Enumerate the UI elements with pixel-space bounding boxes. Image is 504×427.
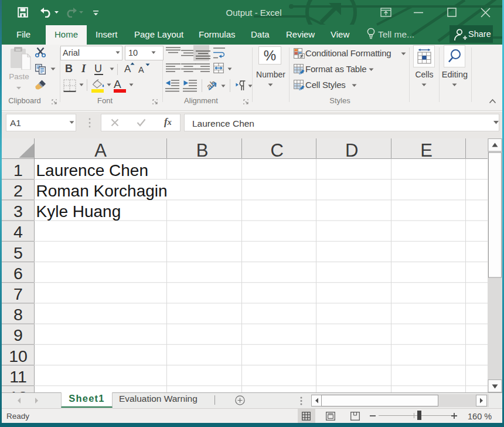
svg-text:2: 2 — [13, 181, 23, 200]
svg-text:A: A — [94, 140, 107, 161]
svg-text:5: 5 — [13, 243, 23, 262]
svg-text:9: 9 — [13, 326, 23, 344]
svg-text:6: 6 — [13, 264, 23, 283]
svg-text:Kyle Huang: Kyle Huang — [36, 202, 121, 221]
svg-text:B: B — [196, 140, 209, 161]
svg-text:E: E — [420, 140, 433, 161]
svg-text:12: 12 — [9, 388, 28, 392]
svg-text:C: C — [271, 140, 284, 161]
svg-text:D: D — [345, 140, 358, 161]
svg-text:11: 11 — [9, 367, 27, 386]
svg-text:10: 10 — [9, 347, 28, 365]
svg-text:Roman Korchagin: Roman Korchagin — [36, 182, 168, 200]
svg-text:4: 4 — [13, 222, 23, 241]
svg-text:1: 1 — [13, 161, 23, 179]
svg-text:8: 8 — [13, 305, 23, 324]
svg-text:3: 3 — [13, 202, 23, 221]
svg-text:Laurence Chen: Laurence Chen — [36, 161, 148, 179]
svg-text:7: 7 — [13, 284, 23, 303]
